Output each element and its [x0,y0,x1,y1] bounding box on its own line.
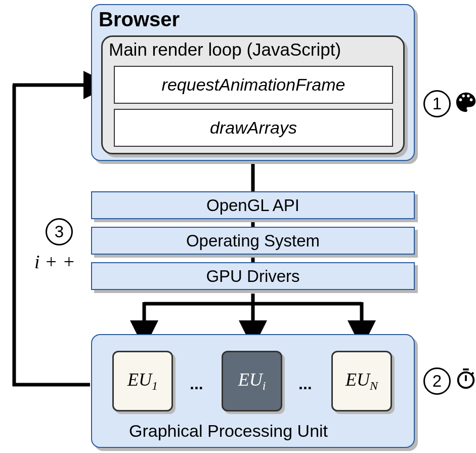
step-1-badge: 1 [423,90,451,117]
os-layer: Operating System [91,227,415,255]
drivers-layer: GPU Drivers [91,262,415,290]
step-3-badge: 3 [46,218,73,245]
request-animation-frame-box: requestAnimationFrame [114,66,393,104]
draw-arrays-box: drawArrays [114,109,393,147]
step-3-label: i + + [34,251,75,273]
stopwatch-icon [454,367,476,391]
execution-unit-i: EUi [222,351,282,411]
execution-unit-n: EUN [331,351,392,411]
step-2-badge: 2 [423,367,451,395]
execution-unit-1: EU1 [112,351,173,411]
gpu-title: Graphical Processing Unit [129,421,328,441]
opengl-layer: OpenGL API [91,191,415,219]
palette-icon [454,91,476,114]
ellipsis-2: ... [298,375,312,393]
browser-title: Browser [99,8,180,31]
render-loop-title: Main render loop (JavaScript) [109,39,341,60]
ellipsis-1: ... [190,375,203,393]
